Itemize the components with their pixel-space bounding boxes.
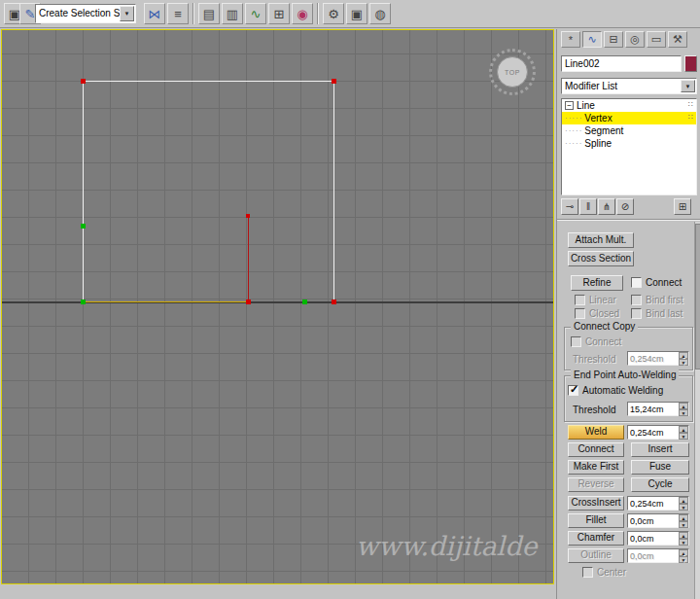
weld-value-spinner[interactable]: 0,254cm ▲▼ xyxy=(627,425,689,440)
checkbox-icon xyxy=(582,567,593,578)
chevron-down-icon[interactable]: ▼ xyxy=(120,6,134,21)
linear-checkbox: Linear xyxy=(575,295,616,305)
fuse-button[interactable]: Fuse xyxy=(631,460,689,475)
selection-set-dropdown[interactable]: Create Selection Se ▼ xyxy=(35,4,136,23)
cross-section-button[interactable]: Cross Section xyxy=(568,251,634,266)
vertex-left-mid xyxy=(81,224,86,229)
weld-threshold-label: Threshold xyxy=(573,405,615,415)
connect-button[interactable]: Connect xyxy=(568,442,624,457)
render-production-glyph: ◍ xyxy=(374,7,385,21)
viewport-top[interactable]: TOP xyxy=(1,29,554,584)
render-setup-icon[interactable]: ⚙ xyxy=(323,3,344,24)
scrollbar-thumb[interactable] xyxy=(695,224,700,370)
configure-modifier-sets-glyph: ⊞ xyxy=(679,201,686,212)
spinner-arrows: ▲▼ xyxy=(679,352,688,365)
layer-list-glyph: ▥ xyxy=(227,7,238,21)
configure-modifier-sets-icon[interactable]: ⊞ xyxy=(674,198,691,215)
tab-display[interactable]: ▭ xyxy=(647,31,666,48)
object-name-value: Line002 xyxy=(565,58,600,69)
render-production-icon[interactable]: ◍ xyxy=(369,3,391,24)
tab-modify[interactable]: ∿ xyxy=(582,31,602,48)
insert-button[interactable]: Insert xyxy=(631,442,689,457)
collapse-icon[interactable]: − xyxy=(565,101,574,110)
align-icon[interactable]: ≡ xyxy=(167,3,189,24)
schematic-view-icon[interactable]: ⊞ xyxy=(268,3,290,24)
3dsmax-window: ▣ ✎ Create Selection Se ▼ ⋈ ≡ ▤ ▥ ∿ ⊞ ◉ … xyxy=(0,0,700,599)
checkbox-icon xyxy=(575,308,585,319)
checkbox-icon xyxy=(571,336,581,347)
layer-manager-icon[interactable]: ▤ xyxy=(198,3,220,24)
weld-button[interactable]: Weld xyxy=(568,425,624,440)
spline-segment-top xyxy=(83,81,334,82)
tab-hierarchy[interactable]: ⊟ xyxy=(604,31,623,48)
make-first-button[interactable]: Make First xyxy=(568,460,624,475)
connect-copy-threshold-spinner: 0,254cm ▲▼ xyxy=(627,351,689,366)
rendered-frame-icon[interactable]: ▣ xyxy=(346,3,368,24)
fillet-button[interactable]: Fillet xyxy=(568,513,624,528)
bind-last-checkbox: Bind last xyxy=(631,308,682,319)
spline-segment-right xyxy=(333,81,334,302)
material-editor-glyph: ◉ xyxy=(297,7,307,21)
material-editor-icon[interactable]: ◉ xyxy=(292,3,313,24)
modifier-stack[interactable]: − Line ∷ ····· Vertex ∷ ····· Segment ··… xyxy=(561,98,697,195)
connect-copy-threshold-label: Threshold xyxy=(573,354,615,365)
show-end-result-glyph: ‖ xyxy=(586,201,590,212)
viewcube-top-face[interactable]: TOP xyxy=(497,56,528,88)
panel-scrollbar[interactable] xyxy=(694,222,700,599)
substack-icon: ∷ xyxy=(688,100,693,109)
mirror-icon[interactable]: ⋈ xyxy=(144,3,165,24)
layer-list-icon[interactable]: ▥ xyxy=(222,3,243,24)
curve-editor-icon[interactable]: ∿ xyxy=(245,3,266,24)
cycle-button[interactable]: Cycle xyxy=(631,477,689,492)
automatic-welding-label: Automatic Welding xyxy=(582,385,663,396)
spinner-arrows[interactable]: ▲▼ xyxy=(679,514,688,527)
mirror-glyph: ⋈ xyxy=(149,7,161,21)
weld-threshold-spinner[interactable]: 15,24cm ▲▼ xyxy=(627,402,689,416)
attach-mult-button[interactable]: Attach Mult. xyxy=(568,232,634,248)
pin-stack-icon[interactable]: ⊸ xyxy=(561,198,578,215)
hierarchy-icon: ⊟ xyxy=(609,33,617,46)
tab-motion[interactable]: ◎ xyxy=(625,31,645,48)
chamfer-spinner[interactable]: 0,0cm ▲▼ xyxy=(627,531,689,546)
stack-row-spline[interactable]: ····· Spline xyxy=(562,137,696,150)
modifier-list-dropdown[interactable]: Modifier List ▼ xyxy=(561,78,697,94)
spinner-arrows[interactable]: ▲▼ xyxy=(679,403,688,415)
stack-row-line[interactable]: − Line ∷ xyxy=(562,99,696,112)
stack-row-vertex[interactable]: ····· Vertex ∷ xyxy=(562,112,696,124)
spinner-arrows[interactable]: ▲▼ xyxy=(679,426,688,439)
show-end-result-icon[interactable]: ‖ xyxy=(579,198,597,215)
stack-row-segment[interactable]: ····· Segment xyxy=(562,124,696,137)
motion-icon: ◎ xyxy=(630,33,640,46)
automatic-welding-checkbox[interactable]: Automatic Welding xyxy=(568,385,663,396)
object-name-field[interactable]: Line002 xyxy=(561,55,682,72)
tree-dots: ····· xyxy=(565,126,582,135)
refine-button[interactable]: Refine xyxy=(571,275,623,291)
cross-insert-spinner[interactable]: 0,254cm ▲▼ xyxy=(627,496,689,511)
panel-divider xyxy=(557,219,700,221)
cross-insert-button[interactable]: CrossInsert xyxy=(568,496,624,511)
checkbox-icon xyxy=(568,385,578,396)
object-color-swatch[interactable] xyxy=(684,55,697,72)
vertex-bottom-inner xyxy=(302,300,307,304)
closed-label: Closed xyxy=(589,308,619,319)
fillet-spinner[interactable]: 0,0cm ▲▼ xyxy=(627,513,689,528)
pin-stack-glyph: ⊸ xyxy=(566,201,574,212)
checkbox-icon xyxy=(631,308,642,319)
connect-checkbox[interactable]: Connect xyxy=(631,277,682,288)
spline-segment-left xyxy=(83,81,84,302)
tab-create[interactable]: * xyxy=(561,31,580,48)
outline-spinner: 0,0cm ▲▼ xyxy=(627,548,689,563)
make-unique-icon[interactable]: ⋔ xyxy=(598,198,615,215)
spinner-arrows[interactable]: ▲▼ xyxy=(679,532,688,545)
vertex-bottom-right xyxy=(332,300,336,304)
checkbox-icon xyxy=(575,295,585,305)
remove-modifier-icon[interactable]: ⊘ xyxy=(616,198,634,215)
spinner-arrows[interactable]: ▲▼ xyxy=(679,497,688,510)
chevron-down-icon[interactable]: ▼ xyxy=(681,80,695,92)
remove-modifier-glyph: ⊘ xyxy=(621,201,629,212)
tab-utilities[interactable]: ⚒ xyxy=(668,31,687,48)
layer-manager-glyph: ▤ xyxy=(203,7,215,21)
chamfer-button[interactable]: Chamfer xyxy=(568,531,624,546)
spline-segment-new-red xyxy=(248,216,249,302)
stack-segment-label: Segment xyxy=(584,125,623,136)
